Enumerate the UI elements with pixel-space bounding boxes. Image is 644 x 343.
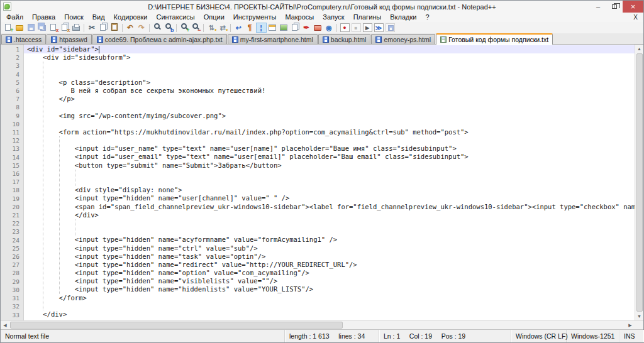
menu-item-правка[interactable]: Правка bbox=[28, 13, 60, 22]
code-line-28[interactable]: <input type="hidden" name="option" value… bbox=[24, 269, 635, 277]
menu-item-инструменты[interactable]: Инструменты bbox=[229, 13, 281, 22]
tab-5[interactable]: backup.html bbox=[318, 34, 371, 44]
horizontal-scrollbar-track[interactable] bbox=[9, 321, 626, 329]
indent-guide-icon[interactable]: ¦ bbox=[256, 23, 267, 33]
show-all-characters-icon[interactable]: ¶ bbox=[245, 23, 255, 33]
menu-item-опции[interactable]: Опции bbox=[199, 13, 229, 22]
redo-icon[interactable]: ↷ bbox=[136, 23, 147, 33]
menu-item-макросы[interactable]: Макросы bbox=[280, 13, 318, 22]
macro-play-icon[interactable]: ▶ bbox=[362, 23, 373, 33]
code-line-20[interactable]: <span id="span_field_channelpreview_ukr-… bbox=[24, 203, 635, 211]
code-line-29[interactable]: <input type="hidden" name="visiblelists"… bbox=[24, 277, 635, 285]
tab-1[interactable]: .htaccess bbox=[1, 34, 46, 44]
close-button[interactable]: × bbox=[623, 1, 643, 13]
scroll-left-arrow[interactable]: ◀ bbox=[1, 321, 9, 329]
macro-save-icon[interactable] bbox=[385, 23, 396, 33]
line-number-gutter[interactable]: 1234567891011121314151617181920212223242… bbox=[1, 45, 24, 320]
menu-item-плагины[interactable]: Плагины bbox=[349, 13, 386, 22]
code-line-13[interactable]: <input id="user_name" type="text" name="… bbox=[24, 144, 635, 153]
code-line-4[interactable] bbox=[24, 70, 635, 79]
code-line-22[interactable] bbox=[24, 219, 635, 227]
save-all-icon[interactable] bbox=[37, 23, 48, 33]
undo-icon[interactable]: ↶ bbox=[125, 23, 136, 33]
print-icon[interactable] bbox=[71, 23, 82, 33]
restore-button[interactable] bbox=[606, 1, 623, 13]
menu-item-файл[interactable]: Файл bbox=[2, 13, 28, 22]
close-all-icon[interactable]: x bbox=[60, 23, 70, 33]
code-line-19[interactable]: <input type="hidden" name="user[channel]… bbox=[24, 194, 635, 202]
macro-record-icon[interactable]: ● bbox=[340, 23, 350, 33]
status-encoding[interactable]: Windows-1251 bbox=[567, 330, 619, 342]
code-line-24[interactable]: <input type="hidden" name="acyformname" … bbox=[24, 236, 635, 244]
replace-icon[interactable]: b bbox=[164, 23, 174, 33]
word-wrap-icon[interactable]: ↩ bbox=[233, 23, 244, 33]
sync-vertical-icon[interactable]: ⇅• bbox=[206, 23, 217, 33]
code-line-33[interactable]: </div> bbox=[24, 310, 635, 318]
menu-item-вкладки[interactable]: Вкладки bbox=[386, 13, 421, 22]
find-icon[interactable] bbox=[152, 23, 163, 33]
code-line-7[interactable]: </p> bbox=[24, 95, 635, 103]
code-line-16[interactable] bbox=[24, 170, 635, 178]
tab-2[interactable]: htpasswd bbox=[47, 34, 91, 44]
code-line-8[interactable] bbox=[24, 103, 635, 111]
tab-3[interactable]: code69. Проблема с admin-ajax.php.txt bbox=[92, 34, 227, 44]
zoom-out-icon[interactable]: − bbox=[191, 23, 201, 33]
menu-item-поиск[interactable]: Поиск bbox=[60, 13, 87, 22]
menubar-close-document-button[interactable]: X bbox=[633, 14, 643, 21]
tab-6[interactable]: emoney-ps.html bbox=[371, 34, 435, 44]
save-icon[interactable] bbox=[26, 23, 36, 33]
pdf-export-icon[interactable]: ✒ bbox=[301, 23, 312, 33]
zoom-in-icon[interactable]: + bbox=[179, 23, 190, 33]
doc-switcher-icon[interactable] bbox=[290, 23, 301, 33]
scroll-down-arrow[interactable]: ▼ bbox=[637, 312, 641, 320]
document-map-icon[interactable] bbox=[279, 23, 289, 33]
code-line-3[interactable] bbox=[24, 62, 635, 70]
code-line-6[interactable]: В ней я собрал все секреты экономных пут… bbox=[24, 87, 635, 95]
code-line-32[interactable] bbox=[24, 302, 635, 310]
preview-eye-icon[interactable]: ◉ bbox=[324, 23, 335, 33]
close-file-icon[interactable]: x bbox=[48, 23, 59, 33]
menu-item-кодировки[interactable]: Кодировки bbox=[109, 13, 152, 22]
code-line-26[interactable]: <input type="hidden" name="task" value="… bbox=[24, 253, 635, 261]
mime-tools-icon[interactable] bbox=[313, 23, 323, 33]
code-line-30[interactable]: <input type="hidden" name="hiddenlists" … bbox=[24, 285, 635, 293]
code-line-10[interactable] bbox=[24, 120, 635, 128]
code-line-15[interactable]: <button type="submit" name="Submit">Забр… bbox=[24, 161, 635, 170]
menu-item-вид[interactable]: Вид bbox=[88, 13, 109, 22]
code-line-18[interactable]: <div style="display: none"> bbox=[24, 186, 635, 194]
code-line-9[interactable]: <img src="/wp-content/myimg/subcover.png… bbox=[24, 112, 635, 120]
code-line-17[interactable] bbox=[24, 178, 635, 186]
text-editor[interactable]: <div id="sidebar"> <div id="sidesubform"… bbox=[24, 45, 635, 320]
code-line-25[interactable]: <input type="hidden" name="ctrl" value="… bbox=[24, 244, 635, 253]
horizontal-scrollbar-thumb[interactable] bbox=[10, 322, 343, 329]
sync-horizontal-icon[interactable]: ⇄• bbox=[218, 23, 228, 33]
tab-4[interactable]: my-first-smartphone.html bbox=[228, 34, 318, 44]
menu-item-help[interactable]: ? bbox=[421, 13, 433, 22]
code-line-27[interactable]: <input type="hidden" name="redirect" val… bbox=[24, 261, 635, 269]
code-line-21[interactable]: </div> bbox=[24, 211, 635, 219]
macro-stop-icon[interactable]: ■ bbox=[351, 23, 362, 33]
code-line-12[interactable] bbox=[24, 136, 635, 144]
vertical-scrollbar[interactable]: ▲ ▼ bbox=[635, 45, 643, 320]
function-list-icon[interactable] bbox=[267, 23, 278, 33]
code-line-5[interactable]: <p class="description"> bbox=[24, 79, 635, 87]
code-line-14[interactable]: <input id="user_email" type="text" name=… bbox=[24, 153, 635, 161]
paste-icon[interactable] bbox=[109, 23, 120, 33]
code-line-31[interactable]: </form> bbox=[24, 294, 635, 302]
menu-item-запуск[interactable]: Запуск bbox=[318, 13, 348, 22]
minimize-button[interactable]: – bbox=[590, 1, 606, 13]
open-folder-icon[interactable] bbox=[14, 23, 25, 33]
menu-item-синтаксисы[interactable]: Синтаксисы bbox=[152, 13, 199, 22]
code-line-11[interactable]: <form action="https://mukhutdinovildar.r… bbox=[24, 128, 635, 136]
macro-run-multiple-icon[interactable]: ≫ bbox=[374, 23, 384, 33]
vertical-scrollbar-thumb[interactable] bbox=[636, 53, 643, 312]
tab-7[interactable]: Готовый код формы подписки.txt bbox=[436, 33, 553, 45]
code-line-2[interactable]: <div id="sidesubform"> bbox=[24, 53, 635, 62]
cut-icon[interactable]: ✂ bbox=[87, 23, 97, 33]
scroll-right-arrow[interactable]: ▶ bbox=[626, 321, 635, 329]
code-line-1[interactable]: <div id="sidebar"> bbox=[24, 45, 635, 53]
scroll-up-arrow[interactable]: ▲ bbox=[637, 45, 641, 53]
status-eol-format[interactable]: Windows (CR LF) bbox=[511, 330, 567, 342]
status-typing-mode[interactable]: INS bbox=[619, 330, 643, 342]
horizontal-scrollbar[interactable]: ◀ ▶ bbox=[1, 320, 643, 329]
